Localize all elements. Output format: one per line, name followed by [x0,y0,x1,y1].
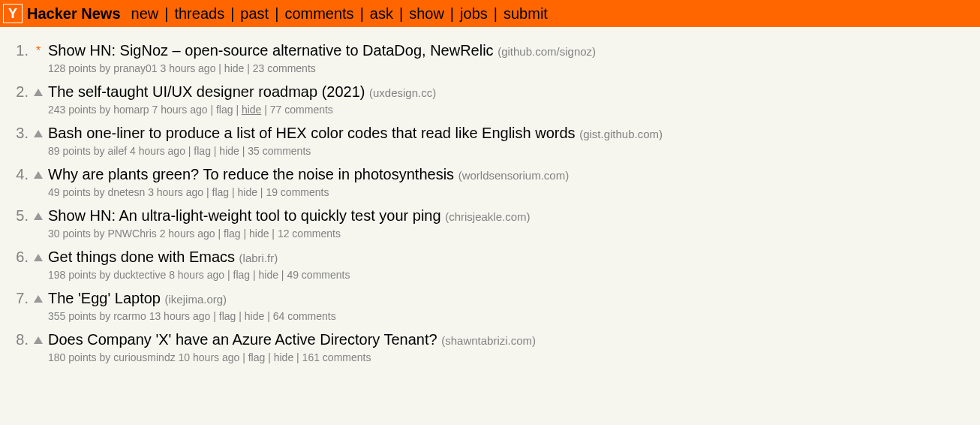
story-rank: 8. [0,330,32,363]
flag-link[interactable]: flag [219,310,236,322]
nav-comments[interactable]: comments [284,5,353,23]
story-age-link[interactable]: 8 hours ago [169,269,224,281]
story-age-link[interactable]: 7 hours ago [152,104,208,116]
story-points: 198 points [48,269,97,281]
story-domain-link[interactable]: (ikejima.org) [165,293,227,306]
story-author-link[interactable]: dnetesn [107,186,145,198]
flag-link[interactable]: flag [248,351,266,363]
story-content: Does Company 'X' have an Azure Active Di… [45,330,980,363]
story-content: Show HN: SigNoz – open-source alternativ… [45,41,980,74]
nav-separator: | [164,5,168,23]
hide-link[interactable]: hide [242,104,261,116]
nav-show[interactable]: show [409,5,444,23]
story-rank: 4. [0,165,32,198]
story-content: Show HN: An ultra-light-weight tool to q… [45,206,980,240]
nav-threads[interactable]: threads [174,5,224,23]
story-title-link[interactable]: Show HN: An ultra-light-weight tool to q… [48,207,441,224]
site-logo[interactable]: Y [3,4,23,23]
hide-link[interactable]: hide [238,186,257,198]
upvote-arrow-icon[interactable] [34,212,43,220]
story-title-link[interactable]: Show HN: SigNoz – open-source alternativ… [48,42,494,59]
story-title-line: Does Company 'X' have an Azure Active Di… [48,330,980,350]
hide-link[interactable]: hide [274,351,293,363]
story-domain-link[interactable]: (github.com/signoz) [498,45,596,58]
comments-link[interactable]: 49 comments [287,269,350,281]
flag-link[interactable]: flag [194,145,211,157]
comments-link[interactable]: 161 comments [302,351,371,363]
story-author-link[interactable]: curiousmindz [113,351,175,363]
story-domain-link[interactable]: (uxdesign.cc) [369,86,436,99]
story-title-link[interactable]: Get things done with Emacs [48,249,235,265]
story-title-line: Bash one-liner to produce a list of HEX … [48,124,980,143]
story-row: 1.*Show HN: SigNoz – open-source alterna… [0,39,980,80]
story-subtext: 198 points by ducktective 8 hours ago | … [48,267,980,281]
header-bar: Y Hacker News new | threads | past | com… [0,0,980,27]
by-prefix: by [97,104,114,116]
comments-link[interactable]: 35 comments [248,145,311,157]
vote-column [32,165,45,198]
story-subtext: 180 points by curiousmindz 10 hours ago … [48,350,980,363]
story-domain-link[interactable]: (labri.fr) [239,252,278,264]
story-title-link[interactable]: Why are plants green? To reduce the nois… [48,166,454,182]
story-author-link[interactable]: PNWChris [107,228,156,240]
hide-link[interactable]: hide [259,269,278,281]
upvote-arrow-icon[interactable] [34,254,43,261]
story-age-link[interactable]: 3 hours ago [148,186,203,198]
story-row: 2.The self-taught UI/UX designer roadmap… [0,80,980,122]
story-age-link[interactable]: 2 hours ago [160,228,215,240]
nav-separator: | [230,5,234,23]
story-title-link[interactable]: The self-taught UI/UX designer roadmap (… [48,83,365,100]
voted-star-icon: * [36,44,41,57]
comments-link[interactable]: 12 comments [278,228,341,240]
story-rank: 7. [0,289,32,322]
nav-jobs[interactable]: jobs [460,5,488,23]
story-row: 4.Why are plants green? To reduce the no… [0,163,980,204]
story-author-link[interactable]: pranay01 [113,62,157,74]
story-subtext: 355 points by rcarmo 13 hours ago | flag… [48,309,980,322]
hide-link[interactable]: hide [249,228,269,240]
flag-link[interactable]: flag [216,104,233,116]
story-author-link[interactable]: ducktective [113,269,166,281]
story-age-link[interactable]: 13 hours ago [149,310,211,322]
story-age-link[interactable]: 3 hours ago [160,62,215,74]
comments-link[interactable]: 64 comments [273,310,336,322]
story-title-link[interactable]: The 'Egg' Laptop [48,290,161,306]
nav-new[interactable]: new [131,5,159,23]
comments-link[interactable]: 77 comments [270,104,333,116]
hide-link[interactable]: hide [245,310,264,322]
story-domain-link[interactable]: (chrisjeakle.com) [445,210,530,223]
vote-column [32,83,45,116]
flag-link[interactable]: flag [224,228,241,240]
comments-link[interactable]: 19 comments [266,186,329,198]
vote-column: * [32,41,45,74]
hide-link[interactable]: hide [219,145,239,157]
story-subtext: 243 points by homarp 7 hours ago | flag … [48,102,980,116]
by-prefix: by [91,228,108,240]
hide-link[interactable]: hide [224,62,244,74]
story-domain-link[interactable]: (shawntabrizi.com) [441,334,536,347]
nav-submit[interactable]: submit [504,5,548,23]
story-age-link[interactable]: 4 hours ago [130,145,185,157]
story-domain-link[interactable]: (gist.github.com) [579,128,663,140]
story-title-line: The self-taught UI/UX designer roadmap (… [48,83,980,102]
flag-link[interactable]: flag [212,186,230,198]
story-row: 6.Get things done with Emacs (labri.fr)1… [0,246,980,287]
story-author-link[interactable]: homarp [113,104,149,116]
upvote-arrow-icon[interactable] [34,130,43,137]
upvote-arrow-icon[interactable] [34,295,43,303]
upvote-arrow-icon[interactable] [34,171,43,179]
story-author-link[interactable]: ailef [107,145,127,157]
site-title[interactable]: Hacker News [27,5,121,23]
story-author-link[interactable]: rcarmo [113,310,146,322]
story-rank: 6. [0,248,32,281]
flag-link[interactable]: flag [233,269,251,281]
nav-past[interactable]: past [240,5,269,23]
comments-link[interactable]: 23 comments [253,62,316,74]
story-title-link[interactable]: Bash one-liner to produce a list of HEX … [48,125,576,141]
story-age-link[interactable]: 10 hours ago [179,351,240,363]
story-domain-link[interactable]: (worldsensorium.com) [458,169,570,182]
upvote-arrow-icon[interactable] [34,336,43,344]
upvote-arrow-icon[interactable] [34,89,43,96]
story-title-link[interactable]: Does Company 'X' have an Azure Active Di… [48,331,437,348]
nav-ask[interactable]: ask [370,5,393,23]
